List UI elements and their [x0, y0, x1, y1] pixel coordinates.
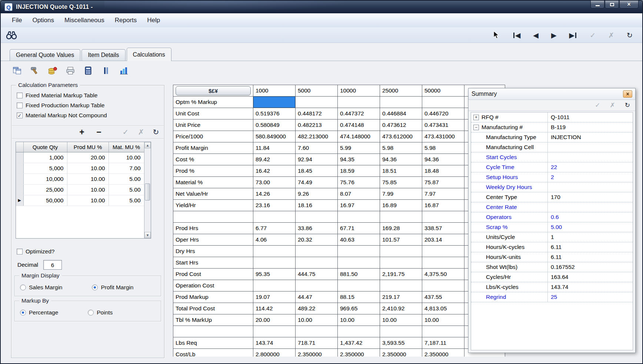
find-button[interactable]: [6, 31, 17, 40]
grid-cell[interactable]: [380, 326, 422, 337]
quote-cell[interactable]: 25,000: [23, 184, 67, 195]
grid-cell[interactable]: [380, 280, 422, 291]
grid-cell[interactable]: 4,375.50: [422, 269, 464, 280]
summary-value[interactable]: [547, 152, 633, 162]
compare-columns-button[interactable]: [101, 65, 111, 76]
grid-cell[interactable]: 23.16: [253, 200, 296, 211]
grid-cell[interactable]: 33.86: [296, 223, 338, 234]
grid-cell[interactable]: 2,410.92: [380, 303, 422, 314]
summary-value[interactable]: [547, 202, 633, 212]
grid-cell[interactable]: 10.00: [380, 314, 422, 326]
quote-cell[interactable]: 5.00: [109, 195, 144, 206]
grid-cell[interactable]: [296, 246, 338, 257]
grid-cell[interactable]: 44.47: [296, 291, 338, 303]
grid-cell[interactable]: 219.17: [380, 291, 422, 303]
grid-cell[interactable]: 7.60: [296, 142, 338, 154]
grid-cell[interactable]: 18.51: [380, 165, 422, 177]
prev-record-button[interactable]: ◀: [533, 31, 539, 40]
summary-title-bar[interactable]: Summary ×: [469, 88, 635, 100]
grid-cell[interactable]: [338, 97, 380, 108]
summary-close-button[interactable]: ×: [623, 90, 632, 98]
summary-apply-button[interactable]: ✓: [595, 101, 600, 109]
quote-col-prod-mu[interactable]: Prod MU %: [67, 142, 109, 152]
summary-value[interactable]: 25: [547, 292, 633, 302]
grid-cell[interactable]: [422, 97, 464, 108]
quote-row-selector[interactable]: [16, 163, 23, 173]
checkbox-material-markup-not-compound[interactable]: ✓: [17, 112, 23, 118]
grid-cell[interactable]: 88.15: [338, 291, 380, 303]
quote-table-scrollbar[interactable]: ▲ ▼: [144, 142, 151, 238]
grid-cell[interactable]: 101.57: [380, 234, 422, 246]
summary-value[interactable]: 5.00: [547, 222, 633, 232]
grid-cell[interactable]: 0.446884: [380, 108, 422, 119]
first-record-button[interactable]: ◀: [513, 31, 521, 40]
pointer-button[interactable]: [492, 31, 500, 40]
refresh-button[interactable]: ↻: [627, 31, 633, 40]
grid-cell[interactable]: 10.00: [296, 314, 338, 326]
grid-cell[interactable]: 0.446720: [422, 108, 464, 119]
quote-col-quote-qty[interactable]: Quote Qty: [23, 142, 67, 152]
quote-cell[interactable]: 10.00: [67, 173, 109, 184]
grid-cell[interactable]: 0.473431: [422, 119, 464, 131]
grid-cell[interactable]: 95.35: [253, 269, 296, 280]
radio-row-sales-margin[interactable]: Sales Margin: [20, 284, 62, 291]
tab-general-quote-values[interactable]: General Quote Values: [10, 49, 80, 61]
quote-cell[interactable]: 10,000: [23, 173, 67, 184]
checkbox-row-material-markup-not-compound[interactable]: ✓Material Markup Not Compound: [17, 112, 107, 119]
grid-cell[interactable]: [380, 246, 422, 257]
cancel-row-button[interactable]: ✗: [137, 128, 145, 136]
summary-value[interactable]: 2: [547, 172, 633, 182]
save-button[interactable]: ✓: [590, 31, 596, 40]
currency-button[interactable]: $£¥: [176, 86, 251, 95]
grid-col-1000[interactable]: 1000: [253, 85, 296, 97]
grid-cell[interactable]: 7,187.11: [422, 337, 464, 349]
grid-cell[interactable]: 94.36: [422, 154, 464, 165]
grid-cell[interactable]: 969.65: [338, 303, 380, 314]
grid-cell[interactable]: 67.71: [338, 223, 380, 234]
radio-points[interactable]: [88, 310, 94, 316]
grid-cell[interactable]: 10.00: [422, 314, 464, 326]
grid-cell[interactable]: 0.448172: [296, 108, 338, 119]
grid-cell[interactable]: 2.350000: [380, 349, 422, 357]
grid-cell[interactable]: 19.07: [253, 291, 296, 303]
grid-cell[interactable]: 0.473612: [380, 119, 422, 131]
quote-cell[interactable]: 50,000: [23, 195, 67, 206]
grid-cell[interactable]: 73.00: [253, 177, 296, 188]
copy-sheets-button[interactable]: [12, 65, 22, 76]
scroll-thumb[interactable]: [145, 183, 150, 200]
grid-cell[interactable]: [338, 280, 380, 291]
refresh-rows-button[interactable]: ↻: [152, 128, 160, 136]
radio-row-percentage[interactable]: Percentage: [20, 309, 58, 316]
grid-cell[interactable]: [380, 211, 422, 223]
last-record-button[interactable]: ▶: [569, 31, 577, 40]
grid-cell[interactable]: 16.42: [253, 165, 296, 177]
grid-cell-selected[interactable]: [253, 97, 296, 108]
grid-cell[interactable]: 74.49: [296, 177, 338, 188]
grid-cell[interactable]: 718.71: [296, 337, 338, 349]
checkbox-fixed-material-markup-table[interactable]: [17, 92, 23, 98]
scroll-track[interactable]: [144, 148, 151, 232]
grid-cell[interactable]: 4.06: [253, 234, 296, 246]
grid-cell[interactable]: 4,813.05: [422, 303, 464, 314]
quote-cell[interactable]: 1,000: [23, 152, 67, 163]
tab-item-details[interactable]: Item Details: [81, 49, 125, 61]
grid-col-10000[interactable]: 10000: [338, 85, 380, 97]
summary-refresh-button[interactable]: ↻: [625, 101, 630, 109]
grid-cell[interactable]: [296, 211, 338, 223]
grid-cell[interactable]: 881.50: [338, 269, 380, 280]
grid-cell[interactable]: 7.99: [380, 188, 422, 200]
grid-cell[interactable]: 580.849000: [253, 131, 296, 142]
grid-cell[interactable]: 10.00: [338, 314, 380, 326]
grid-cell[interactable]: 3,593.55: [380, 337, 422, 349]
grid-cell[interactable]: 437.55: [422, 291, 464, 303]
grid-cell[interactable]: 338.57: [422, 223, 464, 234]
grid-cell[interactable]: 473.612000: [380, 131, 422, 142]
print-button[interactable]: [65, 65, 76, 76]
grid-cell[interactable]: 75.87: [422, 177, 464, 188]
grid-cell[interactable]: 114.42: [253, 303, 296, 314]
menu-item-reports[interactable]: Reports: [110, 14, 142, 26]
maximize-button[interactable]: [605, 1, 619, 9]
grid-cell[interactable]: 489.22: [296, 303, 338, 314]
grid-cell[interactable]: [253, 257, 296, 269]
add-row-button[interactable]: +: [78, 127, 86, 137]
